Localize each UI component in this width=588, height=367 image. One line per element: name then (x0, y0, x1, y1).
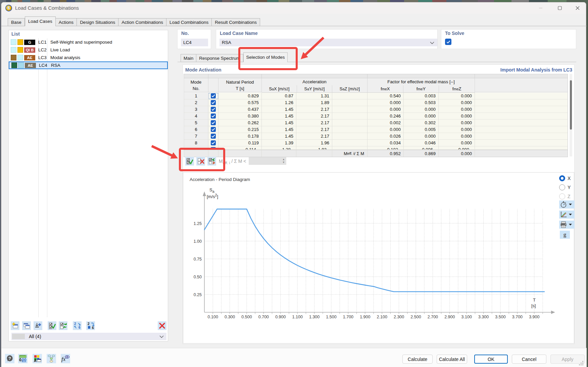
mode-active-checkbox[interactable] (208, 93, 218, 99)
help-button[interactable]: ? (5, 354, 14, 363)
spinner-up-icon[interactable]: ▲ (282, 158, 285, 161)
cell-fme-x-mode-9[interactable]: 0.102 (368, 146, 404, 150)
cell-fme-y-mode-5[interactable]: 0.302 (404, 120, 439, 126)
tab-actions[interactable]: Actions (56, 18, 77, 26)
minimize-button[interactable] (531, 3, 550, 13)
diagram-settings-button[interactable] (559, 211, 575, 219)
tab-response-spectrum[interactable]: Response Spectrum (196, 54, 243, 62)
cancel-button[interactable]: Cancel (512, 355, 546, 364)
chevron-down-icon[interactable] (430, 41, 434, 44)
invert-check-button[interactable] (59, 321, 67, 330)
criterion-spinner[interactable]: ▲ ▼ (249, 157, 286, 165)
close-button[interactable] (569, 3, 586, 13)
renumber-button[interactable]: 26 (73, 321, 82, 330)
cell-fme-x-mode-6[interactable]: 0.000 (368, 126, 404, 133)
stopwatch-button[interactable] (559, 200, 575, 209)
tab-selection-of-modes[interactable]: Selection of Modes (243, 52, 288, 62)
cell-sa-y-mode-9[interactable]: 1.93 (296, 146, 332, 150)
view-tree-button[interactable] (47, 354, 56, 363)
cell-sa-z-mode-6[interactable] (332, 126, 368, 133)
load-case-row-lc3[interactable]: AELC3Modal analysis (9, 54, 168, 61)
delete-button[interactable] (158, 321, 166, 330)
cell-sa-z-mode-9[interactable] (332, 146, 368, 150)
mode-active-checkbox[interactable] (208, 113, 218, 120)
cell-fme-z-mode-5[interactable]: 0.000 (439, 120, 475, 126)
cell-sa-x-mode-3[interactable]: 1.45 (262, 106, 296, 113)
cell-fme-y-mode-6[interactable]: 0.005 (404, 126, 439, 133)
cell-natural-period-mode-7[interactable]: 0.178 (218, 133, 262, 140)
cell-fme-x-mode-4[interactable]: 0.246 (368, 113, 404, 120)
cell-sa-y-mode-3[interactable]: 2.17 (296, 106, 332, 113)
cell-sa-z-mode-7[interactable] (332, 133, 368, 140)
cell-sa-z-mode-2[interactable] (332, 99, 368, 106)
cell-fme-x-mode-8[interactable]: 0.034 (368, 140, 404, 146)
cell-empty[interactable] (475, 113, 568, 120)
table-vertical-scrollbar[interactable] (570, 74, 572, 156)
cell-empty[interactable] (475, 140, 568, 146)
cell-sa-y-mode-5[interactable]: 2.17 (296, 120, 332, 126)
cell-fme-x-mode-2[interactable]: 0.000 (368, 99, 404, 106)
ok-button[interactable]: OK (474, 355, 508, 364)
maximize-button[interactable] (550, 3, 569, 13)
load-case-row-lc4[interactable]: AELC4RSA (9, 61, 168, 69)
select-by-criterion-button[interactable] (207, 157, 216, 166)
cell-natural-period-mode-9[interactable]: 0.114 (218, 146, 262, 150)
cell-sa-x-mode-5[interactable]: 1.45 (262, 120, 296, 126)
cell-natural-period-mode-3[interactable]: 0.437 (218, 106, 262, 113)
cell-sa-y-mode-2[interactable]: 1.89 (296, 99, 332, 106)
cell-sa-x-mode-6[interactable]: 1.45 (262, 126, 296, 133)
formula-view-button[interactable]: fx (61, 354, 70, 363)
renumber-selection-button[interactable]: 26 (86, 321, 95, 330)
dropdown-arrow-icon[interactable] (568, 224, 573, 226)
cell-empty[interactable] (475, 133, 568, 140)
mode-active-checkbox[interactable] (208, 106, 218, 113)
select-all-checks-button[interactable] (185, 157, 194, 166)
cell-empty[interactable] (475, 126, 568, 133)
cell-sa-y-mode-4[interactable]: 2.17 (296, 113, 332, 120)
cell-fme-y-mode-3[interactable]: 0.000 (404, 106, 439, 113)
tab-action-combinations[interactable]: Action Combinations (118, 18, 166, 26)
tab-load-cases[interactable]: Load Cases (25, 16, 56, 26)
cell-fme-z-mode-8[interactable]: 0.000 (439, 140, 475, 146)
cell-natural-period-mode-6[interactable]: 0.215 (218, 126, 262, 133)
cell-sa-y-mode-8[interactable]: 1.96 (296, 140, 332, 146)
cell-empty[interactable] (475, 106, 568, 113)
cell-sa-y-mode-1[interactable]: 1.31 (296, 93, 332, 99)
mode-active-checkbox[interactable] (208, 140, 218, 146)
case-name-combobox[interactable]: RSA (219, 39, 437, 46)
copy-case-button[interactable] (22, 321, 31, 330)
cell-natural-period-mode-8[interactable]: 0.119 (218, 140, 262, 146)
cell-empty[interactable] (475, 99, 568, 106)
cell-natural-period-mode-2[interactable]: 0.575 (218, 99, 262, 106)
spinner-down-icon[interactable]: ▼ (282, 161, 285, 164)
cell-sa-y-mode-7[interactable]: 2.17 (296, 133, 332, 140)
calculate-all-button[interactable]: Calculate All (437, 355, 467, 364)
cell-fme-y-mode-4[interactable]: 0.000 (404, 113, 439, 120)
cell-sa-y-mode-6[interactable]: 2.17 (296, 126, 332, 133)
cell-empty[interactable] (475, 120, 568, 126)
cell-fme-y-mode-8[interactable]: 0.046 (404, 140, 439, 146)
cell-sa-z-mode-1[interactable] (332, 93, 368, 99)
load-case-row-lc1[interactable]: GLC1Self-Weight and superimposed (9, 38, 168, 46)
cell-fme-z-mode-9[interactable]: 0.000 (439, 146, 475, 150)
cell-sa-x-mode-1[interactable]: 0.87 (262, 93, 296, 99)
calculate-button[interactable]: Calculate (402, 355, 433, 364)
insert-case-button[interactable] (34, 321, 42, 330)
cell-sa-x-mode-2[interactable]: 1.26 (262, 99, 296, 106)
title-bar[interactable]: 6 Load Cases & Combinations (1, 2, 586, 14)
cell-natural-period-mode-4[interactable]: 0.380 (218, 113, 262, 120)
cell-fme-x-mode-3[interactable]: 0.000 (368, 106, 404, 113)
cell-natural-period-mode-5[interactable]: 0.262 (218, 120, 262, 126)
cell-fme-z-mode-1[interactable]: 0.000 (439, 93, 475, 99)
cell-empty[interactable] (475, 93, 568, 99)
new-case-button[interactable] (11, 321, 19, 330)
cell-fme-x-mode-7[interactable]: 0.026 (368, 133, 404, 140)
cell-sa-z-mode-5[interactable] (332, 120, 368, 126)
cell-fme-y-mode-9[interactable]: 0.006 (404, 146, 439, 150)
cell-fme-y-mode-7[interactable]: 0.000 (404, 133, 439, 140)
tab-main[interactable]: Main (181, 54, 196, 62)
tab-result-combinations[interactable]: Result Combinations (212, 18, 260, 26)
cell-fme-z-mode-2[interactable]: 0.000 (439, 99, 475, 106)
dropdown-arrow-icon[interactable] (568, 214, 573, 216)
print-button[interactable] (559, 221, 575, 229)
